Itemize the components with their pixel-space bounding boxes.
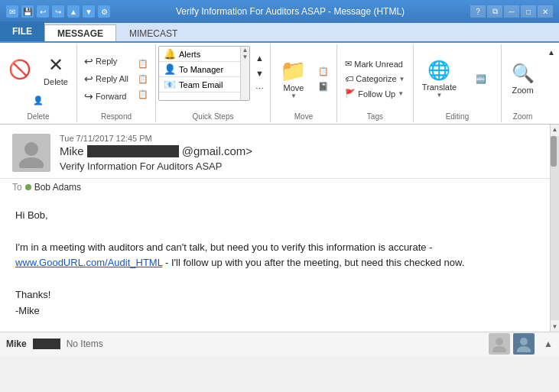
email-link[interactable]: www.GoodURL.com/Audit_HTML bbox=[15, 257, 162, 268]
email-date: Tue 7/11/2017 12:45 PM bbox=[60, 134, 538, 143]
reply-all-label: Reply All bbox=[96, 74, 128, 83]
forward-button[interactable]: ↪ Forward bbox=[80, 88, 132, 105]
ribbon-group-move: 📁 Move ▼ 📋 📓 Move bbox=[271, 44, 337, 122]
ribbon-group-tags: ✉ Mark Unread 🏷 Categorize ▼ 🚩 Follow Up… bbox=[337, 44, 414, 122]
zoom-group-label: Zoom bbox=[502, 112, 544, 121]
status-bar: Mike No Items ▲ bbox=[0, 332, 559, 356]
alerts-icon: 🔔 bbox=[164, 48, 176, 60]
to-name: Bob Adams bbox=[34, 182, 81, 193]
status-no-items: No Items bbox=[67, 339, 483, 349]
ribbon-group-quicksteps: 🔔 Alerts 👤 To Manager 📧 Team Email bbox=[156, 44, 271, 122]
ignore-button[interactable]: 🚫 bbox=[3, 55, 37, 86]
email-subject: Verify Information For Auditors ASAP bbox=[60, 160, 538, 172]
editing-group-label: Editing bbox=[414, 112, 501, 121]
qs-more-btn[interactable]: ⋯ bbox=[252, 82, 268, 96]
respond-group-label: Respond bbox=[77, 112, 155, 121]
status-avatar-1 bbox=[489, 333, 510, 355]
translate-arrow: ▼ bbox=[436, 92, 442, 99]
app-icon: ✉ bbox=[6, 5, 18, 18]
status-name: Mike bbox=[6, 339, 27, 349]
maximize-button[interactable]: □ bbox=[521, 5, 536, 18]
quick-steps-list: 🔔 Alerts 👤 To Manager 📧 Team Email bbox=[159, 47, 240, 100]
quicksteps-scrollbar: ▲ ▼ bbox=[240, 47, 249, 100]
body-text-2: - I'll follow up with you after the meet… bbox=[165, 257, 464, 268]
respond-extra-2[interactable]: 📋 bbox=[134, 72, 152, 86]
quick-step-alerts[interactable]: 🔔 Alerts bbox=[159, 47, 240, 62]
move-items: 📁 Move ▼ 📋 📓 bbox=[274, 46, 333, 121]
email-address-suffix: @gmail.com> bbox=[182, 144, 252, 157]
extra-icon-3: 📋 bbox=[138, 89, 148, 99]
follow-up-icon: 🚩 bbox=[345, 89, 356, 99]
translate-button[interactable]: 🌐 Translate ▼ bbox=[417, 56, 462, 102]
svg-point-5 bbox=[517, 346, 531, 352]
window-title: Verify Information For Auditors ASAP - M… bbox=[110, 6, 470, 17]
follow-up-button[interactable]: 🚩 Follow Up ▼ bbox=[341, 86, 408, 101]
forward-icon: ↪ bbox=[84, 90, 93, 102]
zoom-icon: 🔍 bbox=[512, 63, 535, 84]
to-dot bbox=[25, 184, 31, 190]
respond-extra-1[interactable]: 📋 bbox=[134, 57, 152, 71]
svg-point-0 bbox=[24, 142, 38, 156]
scroll-up-arrow[interactable]: ▲ bbox=[551, 125, 559, 134]
translate-label: Translate bbox=[422, 83, 457, 92]
move-extra-1[interactable]: 📋 bbox=[314, 64, 333, 79]
mark-unread-label: Mark Unread bbox=[354, 60, 403, 69]
editing-extra-icon: 🔤 bbox=[476, 74, 486, 84]
redo-icon: ↪ bbox=[52, 5, 64, 18]
tags-group-label: Tags bbox=[337, 112, 413, 121]
qs-side-btns: ▲ ▼ ⋯ bbox=[252, 51, 268, 107]
scroll-track[interactable] bbox=[551, 136, 559, 320]
delete-group-label: Delete bbox=[0, 112, 76, 121]
categorize-button[interactable]: 🏷 Categorize ▼ bbox=[341, 72, 408, 86]
quick-step-team[interactable]: 📧 Team Email bbox=[159, 77, 240, 92]
status-up-arrow[interactable]: ▲ bbox=[544, 339, 553, 349]
scroll-thumb[interactable] bbox=[551, 136, 557, 167]
respond-group-items: ↩ Reply ↩ Reply All ↪ Forward 📋 📋 📋 bbox=[80, 46, 152, 121]
team-icon: 📧 bbox=[164, 79, 176, 90]
move-icon: 📁 bbox=[280, 58, 307, 83]
tab-mimecast[interactable]: MIMECAST bbox=[116, 24, 190, 41]
email-header: Tue 7/11/2017 12:45 PM Mike @gmail.com> … bbox=[0, 125, 550, 179]
respond-extra-3[interactable]: 📋 bbox=[134, 87, 152, 102]
sender-avatar bbox=[12, 134, 50, 172]
quick-step-manager[interactable]: 👤 To Manager bbox=[159, 62, 240, 77]
categorize-icon: 🏷 bbox=[345, 74, 353, 83]
minimize-button[interactable]: ─ bbox=[504, 5, 519, 18]
alerts-label: Alerts bbox=[179, 50, 200, 59]
reply-all-button[interactable]: ↩ Reply All bbox=[80, 70, 132, 87]
popout-button[interactable]: ⧉ bbox=[487, 5, 502, 18]
undo-icon: ↩ bbox=[37, 5, 49, 18]
people-btn[interactable]: 👤 bbox=[29, 93, 47, 108]
editing-extra[interactable]: 🔤 bbox=[463, 70, 498, 88]
qs-up-arrow[interactable]: ▲ bbox=[242, 47, 249, 53]
move-button[interactable]: 📁 Move ▼ bbox=[274, 55, 313, 102]
zoom-button[interactable]: 🔍 Zoom bbox=[505, 59, 540, 99]
tab-file[interactable]: FILE bbox=[0, 21, 44, 41]
reply-button[interactable]: ↩ Reply bbox=[80, 53, 132, 70]
help-button[interactable]: ? bbox=[470, 5, 486, 18]
qs-down-arrow[interactable]: ▼ bbox=[242, 53, 249, 60]
scroll-down-arrow[interactable]: ▼ bbox=[551, 322, 559, 332]
close-button[interactable]: ✕ bbox=[538, 5, 553, 18]
move-extra-2[interactable]: 📓 bbox=[314, 79, 333, 94]
window-controls[interactable]: ? ⧉ ─ □ ✕ bbox=[470, 5, 553, 18]
qs-down-btn[interactable]: ▼ bbox=[252, 66, 268, 80]
ribbon-group-delete: 🚫 ✕ Delete 👤 Delete bbox=[0, 44, 77, 122]
reply-icon: ↩ bbox=[84, 55, 93, 67]
people-icon: 👤 bbox=[33, 96, 44, 105]
tab-message[interactable]: MESSAGE bbox=[44, 24, 116, 41]
mark-unread-button[interactable]: ✉ Mark Unread bbox=[341, 57, 408, 71]
categorize-arrow: ▼ bbox=[399, 76, 405, 83]
respond-extras: 📋 📋 📋 bbox=[134, 57, 152, 102]
mark-unread-icon: ✉ bbox=[345, 59, 352, 69]
email-body-text: I'm in a meeting with auditors and can't… bbox=[15, 240, 535, 272]
manager-icon: 👤 bbox=[164, 63, 176, 75]
move-col: 📋 📓 bbox=[314, 64, 333, 94]
email-meta: Tue 7/11/2017 12:45 PM Mike @gmail.com> … bbox=[60, 134, 538, 172]
manager-label: To Manager bbox=[179, 65, 223, 74]
email-sig: -Mike bbox=[15, 303, 535, 319]
qs-up-btn[interactable]: ▲ bbox=[252, 51, 268, 65]
status-avatar-2 bbox=[513, 333, 535, 355]
delete-button[interactable]: ✕ Delete bbox=[38, 50, 73, 90]
ribbon-collapse-button[interactable]: ▲ bbox=[544, 46, 559, 59]
